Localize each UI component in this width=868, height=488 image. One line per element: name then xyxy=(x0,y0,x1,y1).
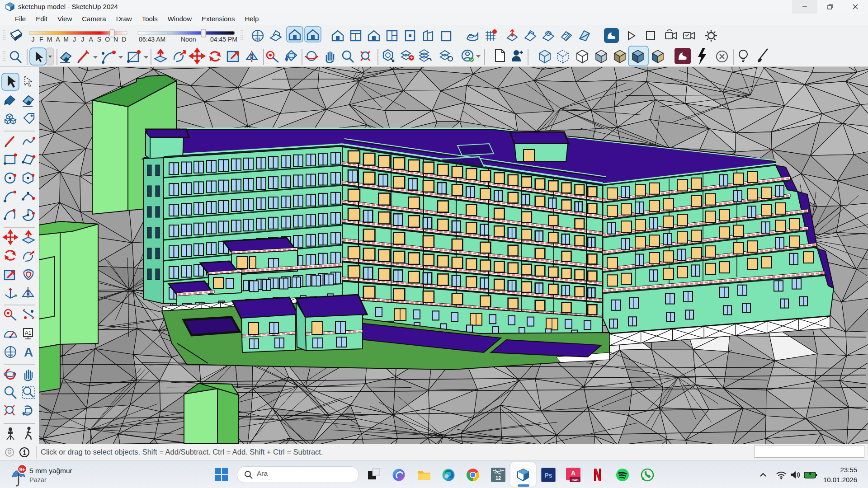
svg-text:J: J xyxy=(73,36,76,43)
svg-text:N: N xyxy=(113,36,118,43)
svg-text:A: A xyxy=(89,36,93,43)
svg-text:A: A xyxy=(24,345,33,359)
svg-text:A-B: A-B xyxy=(255,37,260,40)
svg-text:Noon: Noon xyxy=(181,36,196,43)
svg-text:A: A xyxy=(56,36,60,43)
svg-text:F: F xyxy=(39,36,43,43)
svg-text:C: C xyxy=(256,32,259,35)
svg-text:J: J xyxy=(32,36,35,43)
svg-text:J: J xyxy=(81,36,84,43)
svg-text:M: M xyxy=(47,36,52,43)
svg-text:O: O xyxy=(105,36,110,43)
svg-text:C: C xyxy=(9,348,11,351)
svg-text:A: A xyxy=(571,469,576,477)
svg-text:CAD: CAD xyxy=(571,479,578,482)
svg-text:A-B: A-B xyxy=(8,353,13,357)
svg-text:04:45 PM: 04:45 PM xyxy=(210,36,237,43)
svg-text:06:43 AM: 06:43 AM xyxy=(139,36,165,43)
svg-text:12: 12 xyxy=(495,475,501,481)
svg-text:D: D xyxy=(122,36,126,43)
svg-text:A1: A1 xyxy=(25,330,32,336)
svg-text:Ps: Ps xyxy=(544,472,552,479)
svg-text:S: S xyxy=(97,36,101,43)
svg-text:M: M xyxy=(63,36,69,43)
